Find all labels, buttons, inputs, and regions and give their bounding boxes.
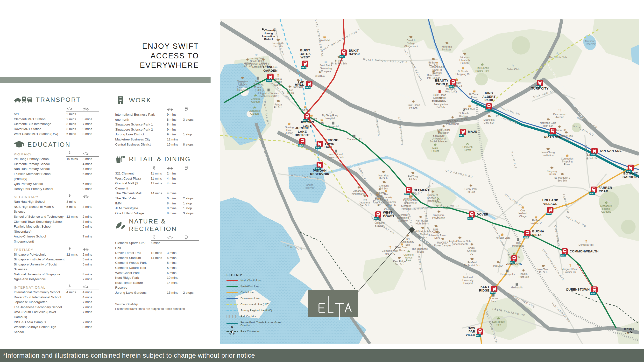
mrt-station-marker: MRT bbox=[302, 60, 308, 67]
travel-time: 7 mins bbox=[82, 305, 99, 310]
compass-n-label: N bbox=[228, 325, 236, 328]
travel-time: 1 stop bbox=[183, 201, 199, 206]
travel-time bbox=[66, 219, 82, 224]
group-header bbox=[115, 166, 199, 171]
poi-label: Coronation Shopping Plaza bbox=[561, 153, 573, 166]
school-icon bbox=[382, 181, 386, 184]
section-title: NATURE & RECREATION bbox=[129, 218, 199, 233]
poi-text: Integrated Tourism Development (U/C) bbox=[258, 92, 280, 97]
travel-time bbox=[151, 206, 167, 211]
group-label: TERTIARY bbox=[14, 248, 66, 252]
mrt-station-marker: MRT bbox=[547, 207, 554, 213]
mrt-station-label: HAW PAR VILLA bbox=[466, 326, 475, 337]
table-row: Dover MRT Station3 mins9 mins bbox=[14, 127, 99, 132]
train-icon bbox=[267, 74, 274, 80]
poi-text: The Metropolis bbox=[512, 241, 524, 247]
page-title: ENJOY SWIFT ACCESS TO EVERYWHERE bbox=[78, 41, 199, 70]
walk-icon bbox=[151, 235, 157, 240]
poi-text: Bukit Batok Swimming Complex bbox=[320, 64, 332, 73]
legend-label: Jurong Region Line (U/C) bbox=[240, 309, 272, 312]
place-name: The Star Vista bbox=[115, 196, 151, 201]
leaf-icon bbox=[253, 106, 256, 109]
mall-icon bbox=[323, 35, 326, 39]
mrt-station-label: TOH GUAN bbox=[295, 80, 304, 87]
travel-time: 7 mins bbox=[82, 320, 99, 325]
divider-band bbox=[0, 77, 210, 83]
mrt-station-marker: MRT bbox=[306, 81, 312, 87]
mrt-station-label: QUEENSTOWN bbox=[566, 288, 590, 292]
place-name: Singapore Institute of Management bbox=[14, 257, 66, 262]
table-row: AYE2 mins bbox=[14, 112, 99, 117]
mrt-station-marker: MRT bbox=[591, 287, 598, 293]
poi-label: Japanese Kindergarten bbox=[352, 186, 366, 195]
section-transport: TRANSPORTAYE2 minsClementi MRT Station2 … bbox=[14, 96, 99, 137]
travel-time bbox=[66, 295, 82, 300]
school-icon bbox=[406, 234, 409, 237]
section-header: EDUCATION bbox=[14, 140, 99, 149]
poi-text: Fairfield Methodist Sch bbox=[464, 261, 480, 267]
park-label: Japanese Garden bbox=[249, 106, 260, 115]
travel-time: 11 mins bbox=[151, 176, 167, 181]
mrt-station-marker: MRT bbox=[628, 165, 634, 171]
location-map: MRTBUKIT BATOKMRTBUKIT BATOK WESTMRTCHIN… bbox=[220, 19, 639, 344]
mall-icon bbox=[310, 113, 313, 117]
section-nature: NATURE & RECREATIONClementi Sports Ctr /… bbox=[115, 218, 199, 295]
poi-text: Fuhua Pri Sch bbox=[274, 103, 282, 109]
water-label: Pandan Reservoir bbox=[304, 183, 315, 189]
tennis-icon bbox=[556, 52, 560, 55]
mrt-station-label: MAJU bbox=[468, 130, 477, 134]
red-icon bbox=[438, 90, 441, 93]
car-icon bbox=[167, 166, 173, 170]
travel-time: 2 mins bbox=[82, 252, 99, 257]
mrt-tag: MRT bbox=[298, 144, 304, 146]
place-name: Mapletree Business City bbox=[115, 137, 167, 142]
travel-time: 18 mins bbox=[151, 251, 167, 256]
travel-time bbox=[82, 199, 99, 204]
school-icon bbox=[412, 100, 415, 103]
mrt-tag: MRT bbox=[468, 217, 473, 220]
column-icon-header bbox=[66, 194, 99, 199]
school-icon bbox=[546, 147, 550, 151]
place-name: Singapore Science Park 2 bbox=[115, 127, 167, 132]
poi-text: Nan Hua High Sch bbox=[416, 219, 426, 225]
table-row: Central Business District16 mins8 stops bbox=[115, 142, 199, 147]
table-row: Clementi Stadium14 mins4 mins bbox=[115, 256, 199, 261]
poi-text: Genting Hotel Jurong bbox=[285, 126, 294, 134]
travel-time: 4 mins bbox=[167, 191, 183, 196]
place-name: Henry Park Primary School bbox=[14, 187, 66, 192]
travel-time: 2 mins bbox=[82, 214, 99, 219]
train-icon bbox=[375, 211, 381, 218]
poi-label: Bukit Timah Community Building (U/C) bbox=[432, 90, 447, 102]
group-header: INTERNATIONAL bbox=[14, 284, 99, 290]
mall-icon bbox=[400, 242, 404, 246]
group-header: PRIMARY bbox=[14, 151, 99, 157]
poi-label: Millennia Institute bbox=[442, 41, 452, 51]
travel-time: 3 mins bbox=[82, 204, 99, 214]
section-education: EDUCATIONPRIMARYPei Tong Primary School1… bbox=[14, 140, 99, 335]
title-line: EVERYWHERE bbox=[78, 60, 199, 70]
poi-text: TradeHub 21 bbox=[347, 138, 362, 141]
table-row: Clementi Nature Trail5 mins bbox=[115, 266, 199, 271]
place-name: International Business Park bbox=[115, 112, 167, 117]
travel-time: 4 mins bbox=[167, 256, 183, 261]
poi-label: Fairfield Methodist Sch bbox=[464, 257, 480, 267]
poi-text: Yuhua Pri Sch bbox=[286, 89, 294, 94]
table-row: Dover Court International School4 mins bbox=[14, 295, 99, 300]
place-name: National University of Singapore bbox=[14, 272, 66, 277]
travel-time: 5 mins bbox=[66, 204, 82, 214]
mall-icon bbox=[461, 66, 464, 69]
poi-label: Ayer Rajah FC bbox=[373, 197, 386, 207]
table-row: Henry Park Primary School9 mins bbox=[14, 187, 99, 192]
poi-text: Clementi West Mkt & FC bbox=[382, 249, 398, 255]
school-icon bbox=[437, 210, 440, 213]
poi-text: Margaret Drive Hawker Ctr bbox=[562, 268, 578, 273]
travel-time: 7 mins bbox=[82, 277, 99, 282]
travel-time: 2 mins bbox=[66, 117, 82, 122]
train-icon bbox=[628, 165, 634, 171]
swim-icon bbox=[401, 210, 405, 213]
poi-label: The Japanese Sec Sch bbox=[359, 195, 370, 207]
water-label: Murnane Reservoir bbox=[585, 39, 596, 45]
poi-text: Pandan Reservoir bbox=[304, 183, 315, 189]
legend-item: Rail Corridor bbox=[226, 315, 287, 318]
poi-text: One Holland Village bbox=[518, 209, 527, 218]
